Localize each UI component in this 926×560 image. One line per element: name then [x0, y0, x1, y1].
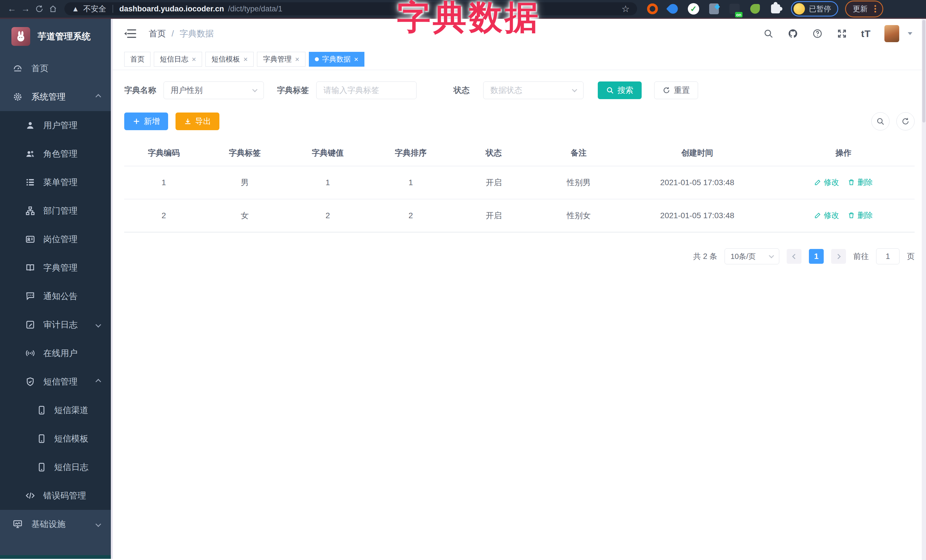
- sidebar-item-dept-management[interactable]: 部门管理: [0, 196, 113, 225]
- browser-profile-button[interactable]: 已暂停: [791, 1, 838, 17]
- refresh-button[interactable]: [896, 112, 915, 130]
- extension-grey-icon[interactable]: [708, 3, 720, 15]
- reload-icon[interactable]: [32, 2, 46, 16]
- id-card-icon: [25, 234, 35, 245]
- sidebar-filler: [0, 538, 113, 555]
- sidebar-item-menu-management[interactable]: 菜单管理: [0, 168, 113, 196]
- sidebar-item-error-code-management[interactable]: 错误码管理: [0, 482, 113, 510]
- delete-link[interactable]: 删除: [848, 177, 873, 187]
- scrollbar-thumb[interactable]: [922, 20, 925, 122]
- sidebar-item-notice-announcement[interactable]: 通知公告: [0, 282, 113, 311]
- next-page-button[interactable]: [831, 249, 846, 264]
- goto-page-input[interactable]: [876, 248, 899, 264]
- bookmark-star-icon[interactable]: ☆: [622, 3, 630, 14]
- sidebar-item-label: 短信管理: [43, 376, 77, 388]
- sidebar-scrollbar[interactable]: [111, 19, 113, 559]
- column-header: 字典编码: [124, 140, 203, 166]
- extension-leaf-icon[interactable]: [749, 3, 761, 15]
- export-button[interactable]: 导出: [176, 113, 219, 130]
- browser-update-button[interactable]: 更新: [845, 1, 883, 17]
- prev-page-button[interactable]: [787, 249, 802, 264]
- sidebar-item-sms-log[interactable]: 短信日志: [0, 453, 113, 482]
- fullscreen-icon[interactable]: [837, 28, 847, 39]
- header-actions: tT: [763, 25, 912, 42]
- help-icon[interactable]: [812, 28, 823, 39]
- sidebar-item-user-management[interactable]: 用户管理: [0, 111, 113, 140]
- hamburger-icon[interactable]: [124, 29, 136, 39]
- tab-bar: 首页短信日志×短信模板×字典管理×字典数据×: [113, 48, 926, 70]
- sidebar-item-infrastructure[interactable]: 基础设施: [0, 510, 113, 538]
- extension-check-icon[interactable]: ✓: [688, 3, 699, 15]
- sidebar-item-audit-log[interactable]: 审计日志: [0, 311, 113, 339]
- add-button[interactable]: 新增: [124, 113, 168, 130]
- sidebar-item-role-management[interactable]: 角色管理: [0, 140, 113, 168]
- dict-data-table: 字典编码字典标签字典键值字典排序状态备注创建时间操作 1男11开启性别男2021…: [124, 140, 915, 232]
- search-button[interactable]: 搜索: [598, 82, 642, 99]
- reset-button[interactable]: 重置: [654, 82, 698, 99]
- extension-cluster: ✓ on: [647, 3, 781, 15]
- url-path: /dict/type/data/1: [228, 5, 282, 14]
- chevron-down-icon: [572, 87, 577, 92]
- sidebar-item-label: 基础设施: [31, 518, 65, 530]
- kebab-menu-icon[interactable]: [875, 8, 876, 10]
- edit-log-icon: [25, 320, 35, 330]
- page-size-select[interactable]: 10条/页: [725, 248, 779, 264]
- tab-dict-management[interactable]: 字典管理×: [257, 52, 305, 66]
- current-page[interactable]: 1: [809, 249, 824, 264]
- font-size-icon[interactable]: tT: [861, 28, 871, 39]
- back-icon[interactable]: ←: [5, 2, 19, 16]
- close-icon[interactable]: ×: [192, 56, 196, 63]
- profile-avatar: [793, 3, 805, 15]
- sidebar-item-post-management[interactable]: 岗位管理: [0, 225, 113, 254]
- tab-dict-data[interactable]: 字典数据×: [309, 52, 365, 66]
- tab-sms-template[interactable]: 短信模板×: [206, 52, 254, 66]
- address-bar[interactable]: ▲ 不安全 dashboard.yudao.iocoder.cn /dict/t…: [64, 2, 637, 15]
- edit-link[interactable]: 修改: [814, 177, 839, 187]
- column-header: 字典键值: [286, 140, 369, 166]
- extension-orange-icon[interactable]: [647, 3, 658, 15]
- table-cell: 女: [203, 199, 286, 232]
- close-icon[interactable]: ×: [243, 56, 248, 63]
- extension-dark-icon[interactable]: on: [729, 3, 740, 15]
- status-select[interactable]: 数据状态: [483, 82, 584, 99]
- close-icon[interactable]: ×: [295, 56, 299, 63]
- dict-name-select[interactable]: 用户性别: [163, 82, 264, 99]
- show-search-button[interactable]: [871, 112, 890, 130]
- delete-link[interactable]: 删除: [848, 210, 873, 220]
- extensions-puzzle-icon[interactable]: [770, 3, 781, 15]
- close-icon[interactable]: ×: [354, 56, 359, 63]
- org-tree-icon: [25, 206, 35, 216]
- sidebar-logo[interactable]: 芋道管理系统: [0, 19, 113, 54]
- table-cell: 性别女: [535, 199, 622, 232]
- table-cell: 1: [286, 166, 369, 199]
- sidebar-item-sms-channel[interactable]: 短信渠道: [0, 396, 113, 424]
- page-scrollbar[interactable]: [922, 19, 926, 560]
- column-header: 备注: [535, 140, 622, 166]
- search-icon[interactable]: [763, 28, 774, 39]
- sidebar-item-online-users[interactable]: 在线用户: [0, 339, 113, 367]
- sidebar-item-label: 用户管理: [43, 120, 77, 131]
- sidebar-item-home[interactable]: 首页: [0, 54, 113, 83]
- sidebar-item-sms-template[interactable]: 短信模板: [0, 424, 113, 453]
- user-avatar[interactable]: [884, 25, 899, 42]
- tab-home[interactable]: 首页: [124, 52, 150, 66]
- dict-name-label: 字典名称: [124, 85, 156, 96]
- sidebar-item-system-management[interactable]: 系统管理: [0, 83, 113, 111]
- home-icon[interactable]: [46, 2, 60, 16]
- edit-link[interactable]: 修改: [814, 210, 839, 220]
- filter-form: 字典名称 用户性别 字典标签 请输入字典标签 状态 数据状态: [124, 82, 915, 99]
- caret-down-icon[interactable]: [908, 32, 912, 35]
- chevron-down-icon: [769, 253, 774, 258]
- sidebar-item-dict-management[interactable]: 字典管理: [0, 254, 113, 282]
- table-cell: 2: [369, 199, 452, 232]
- dict-label-input[interactable]: 请输入字典标签: [316, 82, 416, 99]
- sidebar-menu: 首页系统管理用户管理角色管理菜单管理部门管理岗位管理字典管理通知公告审计日志在线…: [0, 54, 113, 538]
- breadcrumb-home[interactable]: 首页: [149, 28, 166, 39]
- forward-icon[interactable]: →: [19, 2, 32, 16]
- table-cell: 2: [286, 199, 369, 232]
- tab-sms-log[interactable]: 短信日志×: [154, 52, 202, 66]
- content: 字典名称 用户性别 字典标签 请输入字典标签 状态 数据状态: [113, 70, 926, 559]
- github-icon[interactable]: [788, 28, 798, 39]
- extension-drop-icon[interactable]: [667, 3, 679, 15]
- sidebar-item-sms-management[interactable]: 短信管理: [0, 367, 113, 396]
